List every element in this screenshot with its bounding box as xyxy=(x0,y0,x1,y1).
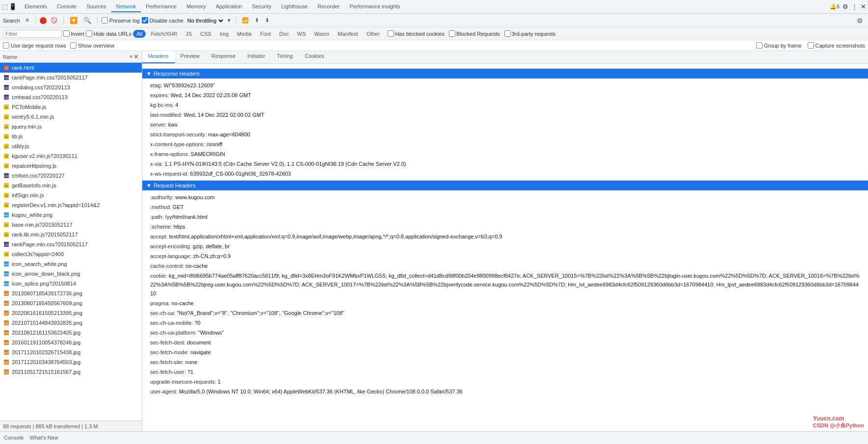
third-party-checkbox[interactable] xyxy=(504,30,511,37)
file-item[interactable]: JSregisterDev.v1.min.js?appid=1014&2 xyxy=(0,200,142,210)
file-item[interactable]: Hrank.html xyxy=(0,63,142,73)
file-item[interactable]: IMG20210715144943932835.png xyxy=(0,318,142,328)
file-item[interactable]: PNGicon_splice.png?20150814 xyxy=(0,279,142,288)
show-overview-label[interactable]: Show overview xyxy=(70,42,114,49)
whats-new-tab[interactable]: What's New xyxy=(29,435,58,441)
close-panel-button[interactable]: ✕ xyxy=(133,53,139,60)
settings-icon[interactable]: ⚙ xyxy=(842,3,848,10)
filter-chip-wasm[interactable]: Wasm xyxy=(311,30,333,38)
file-item[interactable]: JSgetBaseInfo.min.js xyxy=(0,181,142,190)
tab-console[interactable]: Console xyxy=(52,1,81,12)
capture-screenshots-label[interactable]: Capture screenshots xyxy=(808,42,866,49)
filter-chip-font[interactable]: Font xyxy=(257,30,274,38)
tab-cookies[interactable]: Cookies xyxy=(299,51,330,63)
filter-chip-manifest[interactable]: Manifest xyxy=(334,30,362,38)
filter-input[interactable] xyxy=(3,30,62,38)
tab-headers[interactable]: Headers xyxy=(142,51,175,63)
tab-lighthouse[interactable]: Lighthouse xyxy=(276,1,313,12)
file-item[interactable]: JSrank.lib.min.js?2015052117 xyxy=(0,230,142,239)
tab-security[interactable]: Security xyxy=(247,1,276,12)
hide-data-urls-label[interactable]: Hide data URLs xyxy=(86,30,132,37)
import-button[interactable]: ⬆ xyxy=(253,16,261,25)
filter-chip-doc[interactable]: Doc xyxy=(276,30,292,38)
tab-timing[interactable]: Timing xyxy=(271,51,299,63)
tab-response[interactable]: Response xyxy=(206,51,242,63)
file-item[interactable]: JSlib.js xyxy=(0,131,142,141)
file-item[interactable]: IMG20210812161153622405.jpg xyxy=(0,328,142,338)
filter-chip-all[interactable]: All xyxy=(133,30,146,38)
search-button[interactable]: 🔍 xyxy=(81,16,93,25)
settings-gear-icon[interactable]: ⚙ xyxy=(855,16,865,26)
tab-performance-insights[interactable]: Performance insights xyxy=(344,1,405,12)
tab-network[interactable]: Network xyxy=(111,1,141,12)
file-item[interactable]: IMG20171120103438764503.jpg xyxy=(0,357,142,367)
filter-chip-css[interactable]: CSS xyxy=(197,30,215,38)
disable-cache-checkbox[interactable] xyxy=(142,17,148,24)
file-item[interactable]: IMG20130807185439172736.png xyxy=(0,288,142,298)
response-headers-section-header[interactable]: ▼Response Headers xyxy=(142,69,868,78)
file-item[interactable]: JSPCToMoblie.js xyxy=(0,102,142,112)
file-item[interactable]: PNGicon_arrow_down_black.png xyxy=(0,269,142,279)
disable-cache-checkbox-label[interactable]: Disable cache xyxy=(142,17,184,24)
blocked-requests-label[interactable]: Blocked Requests xyxy=(449,30,500,37)
file-item[interactable]: PNGicon_search_white.png xyxy=(0,259,142,269)
tab-application[interactable]: Application xyxy=(211,1,247,12)
filter-chip-media[interactable]: Media xyxy=(234,30,255,38)
file-item[interactable]: IMG20220616161505213395.png xyxy=(0,308,142,318)
group-by-frame-label[interactable]: Group by frame xyxy=(756,42,801,49)
throttle-select[interactable]: No throttling xyxy=(185,17,225,24)
file-item[interactable]: JScollectJs?appid=2400 xyxy=(0,249,142,259)
file-item[interactable]: CSSrankPage.min.css?2015052117 xyxy=(0,239,142,249)
has-blocked-cookies-label[interactable]: Has blocked cookies xyxy=(388,30,445,37)
file-item[interactable]: JSrepalceHttpsImg.js xyxy=(0,161,142,171)
capture-screenshots-checkbox[interactable] xyxy=(808,42,814,49)
hide-data-urls-checkbox[interactable] xyxy=(86,30,92,37)
close-devtools-icon[interactable]: ✕ xyxy=(861,3,866,10)
tab-performance[interactable]: Performance xyxy=(141,1,182,12)
console-tab[interactable]: Console xyxy=(4,435,24,441)
file-item[interactable]: IMG20130807185450567609.png xyxy=(0,298,142,308)
filter-chip-img[interactable]: Img xyxy=(216,30,232,38)
file-item[interactable]: CSScmhead.css?20220113 xyxy=(0,92,142,102)
large-rows-checkbox[interactable] xyxy=(3,42,9,49)
close-search-button[interactable]: ✕ xyxy=(23,16,31,25)
file-item[interactable]: IMG20160119110054378246.jpg xyxy=(0,338,142,347)
file-item[interactable]: CSSrankPage.min.css?2015052117 xyxy=(0,73,142,82)
filter-chip-ws[interactable]: WS xyxy=(294,30,310,38)
filter-button[interactable]: 🔽 xyxy=(68,16,79,25)
file-item[interactable]: CSScmfoot.css?20220127 xyxy=(0,171,142,181)
file-item[interactable]: JSsentry5.6.1.min.js xyxy=(0,112,142,122)
group-by-frame-checkbox[interactable] xyxy=(756,42,763,49)
file-item[interactable]: JSkguser.v2.min.js?20190111 xyxy=(0,151,142,161)
wifi-icon[interactable]: 📶 xyxy=(240,16,251,25)
tab-memory[interactable]: Memory xyxy=(182,1,211,12)
export-button[interactable]: ⬇ xyxy=(263,16,271,25)
request-headers-section-header[interactable]: ▼Request Headers xyxy=(142,181,868,190)
large-rows-label[interactable]: Use large request rows xyxy=(3,42,66,49)
record-button[interactable] xyxy=(40,17,47,24)
third-party-label[interactable]: 3rd-party requests xyxy=(504,30,555,37)
filter-chip-other[interactable]: Other xyxy=(363,30,384,38)
show-overview-checkbox[interactable] xyxy=(70,42,77,49)
file-item[interactable]: JSjquery.min.js xyxy=(0,122,142,131)
file-item[interactable]: PNGkugou_white.png xyxy=(0,210,142,220)
more-icon[interactable]: ⋮ xyxy=(851,3,858,10)
file-item[interactable]: CSScmdialog.css?20220113 xyxy=(0,82,142,92)
blocked-requests-checkbox[interactable] xyxy=(449,30,455,37)
preserve-log-checkbox-label[interactable]: Preserve log xyxy=(102,17,140,24)
filter-chip-xhr[interactable]: Fetch/XHR xyxy=(147,30,181,38)
preserve-log-checkbox[interactable] xyxy=(102,17,108,24)
device-icon[interactable]: 📱 xyxy=(9,3,17,10)
tab-sources[interactable]: Sources xyxy=(81,1,111,12)
file-item[interactable]: IMG20211051721515161567.jpg xyxy=(0,367,142,377)
filter-chip-js[interactable]: JS xyxy=(182,30,195,38)
tab-recorder[interactable]: Recorder xyxy=(313,1,344,12)
tab-initiator[interactable]: Initiator xyxy=(241,51,271,63)
tab-preview[interactable]: Preview xyxy=(175,51,206,63)
file-item[interactable]: JSinfSign.min.js xyxy=(0,190,142,200)
file-item[interactable]: IMG20171120102326715438.jpg xyxy=(0,347,142,357)
has-blocked-cookies-checkbox[interactable] xyxy=(388,30,394,37)
file-item[interactable]: JSutility.js xyxy=(0,141,142,151)
file-item[interactable]: JSbase-min.js?2015052117 xyxy=(0,220,142,230)
clear-button[interactable]: 🚫 xyxy=(49,16,59,25)
